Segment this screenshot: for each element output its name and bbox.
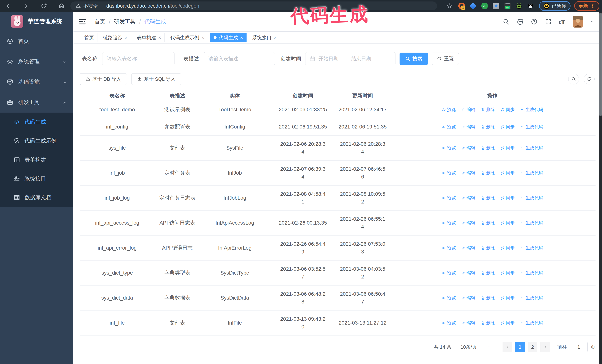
close-tab-icon[interactable]: × <box>201 35 204 40</box>
extension-green-check-icon[interactable]: ✓ <box>481 3 488 9</box>
row-action-generate-code[interactable]: 生成代码 <box>520 295 543 301</box>
row-action-delete[interactable]: 删除 <box>481 145 495 151</box>
sidebar-subitem-codegen[interactable]: 代码生成 <box>0 113 73 131</box>
row-action-delete[interactable]: 删除 <box>481 295 495 301</box>
row-action-sync[interactable]: 同步 <box>500 106 515 113</box>
row-action-delete[interactable]: 删除 <box>481 219 495 226</box>
page-number-2[interactable]: 2 <box>528 342 537 352</box>
row-action-preview[interactable]: 预览 <box>441 124 456 130</box>
row-action-edit[interactable]: 编辑 <box>461 124 475 130</box>
profile-paused-badge[interactable]: 已暂停 <box>539 1 570 11</box>
browser-update-button[interactable]: 更新 <box>574 1 599 11</box>
bookmark-button[interactable] <box>446 2 453 10</box>
extension-green-bot-icon[interactable] <box>516 3 522 9</box>
row-action-sync[interactable]: 同步 <box>500 245 515 251</box>
import-sql-button[interactable]: 基于 SQL 导入 <box>131 73 181 85</box>
row-action-sync[interactable]: 同步 <box>500 124 515 130</box>
scrollbar-thumb[interactable] <box>599 13 602 116</box>
row-action-generate-code[interactable]: 生成代码 <box>520 124 543 130</box>
row-action-delete[interactable]: 删除 <box>481 245 495 251</box>
sidebar-item-infra[interactable]: 基础设施 <box>0 72 73 92</box>
row-action-edit[interactable]: 编辑 <box>461 195 475 201</box>
row-action-edit[interactable]: 编辑 <box>461 245 475 251</box>
table-name-input[interactable] <box>102 52 174 65</box>
row-action-sync[interactable]: 同步 <box>500 170 515 176</box>
row-action-generate-code[interactable]: 生成代码 <box>520 219 543 226</box>
fullscreen-button[interactable] <box>545 18 552 25</box>
row-action-generate-code[interactable]: 生成代码 <box>520 320 543 326</box>
avatar-caret-button[interactable] <box>590 20 594 24</box>
extension-blue-gem-icon[interactable] <box>470 3 476 9</box>
tab-首页[interactable]: 首页 <box>81 33 97 42</box>
import-db-button[interactable]: 基于 DB 导入 <box>80 73 127 85</box>
tab-代码生成示例[interactable]: 代码生成示例× <box>167 33 208 42</box>
close-tab-icon[interactable]: × <box>125 35 128 40</box>
tab-代码生成[interactable]: 代码生成× <box>210 33 247 42</box>
row-action-edit[interactable]: 编辑 <box>461 145 475 151</box>
breadcrumb-item[interactable]: 代码生成 <box>144 18 166 25</box>
tab-系统接口[interactable]: 系统接口× <box>249 33 280 42</box>
help-button[interactable] <box>531 18 538 25</box>
browser-back-button[interactable] <box>4 2 12 10</box>
row-action-preview[interactable]: 预览 <box>441 295 456 301</box>
github-link[interactable] <box>517 18 524 25</box>
row-action-delete[interactable]: 删除 <box>481 106 495 113</box>
row-action-sync[interactable]: 同步 <box>500 145 515 151</box>
row-action-sync[interactable]: 同步 <box>500 270 515 276</box>
row-action-delete[interactable]: 删除 <box>481 320 495 326</box>
row-action-sync[interactable]: 同步 <box>500 195 515 201</box>
row-action-generate-code[interactable]: 生成代码 <box>520 195 543 201</box>
row-action-edit[interactable]: 编辑 <box>461 295 475 301</box>
sidebar-fold-button[interactable] <box>78 18 86 26</box>
row-action-preview[interactable]: 预览 <box>441 195 456 201</box>
tab-链路追踪[interactable]: 链路追踪× <box>100 33 131 42</box>
browser-home-button[interactable] <box>57 2 65 10</box>
row-action-edit[interactable]: 编辑 <box>461 106 475 113</box>
extension-panel-on-icon[interactable]: on <box>504 3 511 9</box>
sidebar-item-devtools[interactable]: 研发工具 <box>0 92 73 113</box>
user-avatar[interactable] <box>573 16 583 28</box>
row-action-delete[interactable]: 删除 <box>481 124 495 130</box>
close-tab-icon[interactable]: × <box>240 35 243 40</box>
row-action-preview[interactable]: 预览 <box>441 320 456 326</box>
row-action-generate-code[interactable]: 生成代码 <box>520 106 543 113</box>
row-action-edit[interactable]: 编辑 <box>461 270 475 276</box>
row-action-edit[interactable]: 编辑 <box>461 170 475 176</box>
breadcrumb-item[interactable]: 首页 <box>95 18 105 25</box>
extension-orange-ring-icon[interactable]: 1 <box>458 3 465 9</box>
search-button[interactable]: 搜索 <box>399 52 428 65</box>
next-page-button[interactable] <box>540 342 550 352</box>
address-bar[interactable]: 不安全 dashboard.yudao.iocoder.cn/tool/code… <box>70 1 437 10</box>
row-action-preview[interactable]: 预览 <box>441 170 456 176</box>
row-action-delete[interactable]: 删除 <box>481 195 495 201</box>
sidebar-subitem-codegen-example[interactable]: 代码生成示例 <box>0 131 73 150</box>
row-action-generate-code[interactable]: 生成代码 <box>520 270 543 276</box>
page-scrollbar[interactable] <box>599 12 602 364</box>
row-action-edit[interactable]: 编辑 <box>461 219 475 226</box>
row-action-preview[interactable]: 预览 <box>441 106 456 113</box>
font-size-button[interactable]: tT <box>559 18 566 25</box>
row-action-delete[interactable]: 删除 <box>481 270 495 276</box>
row-action-delete[interactable]: 删除 <box>481 170 495 176</box>
sidebar-item-home[interactable]: 首页 <box>0 31 73 52</box>
toggle-search-button[interactable] <box>568 74 579 84</box>
page-size-select[interactable]: 10条/页 <box>457 342 494 352</box>
sidebar-item-system[interactable]: 系统管理 <box>0 52 73 72</box>
row-action-sync[interactable]: 同步 <box>500 219 515 226</box>
row-action-sync[interactable]: 同步 <box>500 295 515 301</box>
breadcrumb-item[interactable]: 研发工具 <box>114 18 136 25</box>
row-action-preview[interactable]: 预览 <box>441 270 456 276</box>
row-action-preview[interactable]: 预览 <box>441 245 456 251</box>
app-logo[interactable]: 芋道管理系统 <box>0 12 73 31</box>
page-number-1[interactable]: 1 <box>515 342 525 352</box>
row-action-generate-code[interactable]: 生成代码 <box>520 245 543 251</box>
row-action-preview[interactable]: 预览 <box>441 219 456 226</box>
extension-gray-grid-icon[interactable] <box>493 3 499 9</box>
row-action-sync[interactable]: 同步 <box>500 320 515 326</box>
goto-page-input[interactable] <box>570 342 588 352</box>
row-action-preview[interactable]: 预览 <box>441 145 456 151</box>
row-action-generate-code[interactable]: 生成代码 <box>520 145 543 151</box>
tab-表单构建[interactable]: 表单构建× <box>133 33 164 42</box>
reset-button[interactable]: 重置 <box>432 52 459 65</box>
close-tab-icon[interactable]: × <box>274 35 277 40</box>
